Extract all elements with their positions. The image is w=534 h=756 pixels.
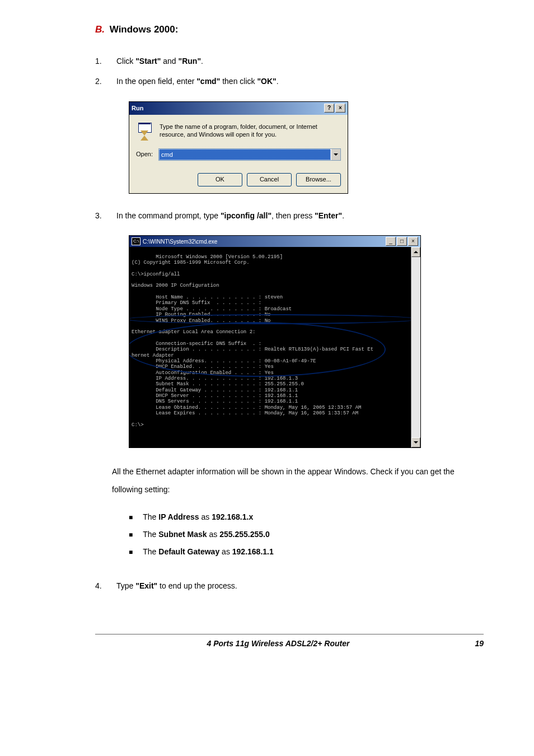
chevron-down-icon[interactable] — [331, 149, 340, 160]
list-item: ■ The Subnet Mask as 255.255.255.0 — [129, 526, 484, 543]
close-icon: × — [411, 239, 415, 244]
heading-title: Windows 2000: — [110, 24, 179, 35]
heading-prefix: B. — [95, 24, 105, 35]
scroll-track[interactable] — [411, 257, 420, 437]
step-number: 2. — [95, 73, 103, 90]
run-icon — [136, 123, 154, 141]
scrollbar[interactable] — [411, 247, 420, 447]
step-3: 3. In the command prompt, type "ipconfig… — [95, 207, 484, 225]
cmd-output: Microsoft Windows 2000 [Version 5.00.219… — [129, 247, 411, 447]
cmd-titlebar: C:\ C:\WINNT\System32\cmd.exe _ □ × — [129, 236, 420, 247]
explanation-text: All the Ethernet adapter information wil… — [112, 463, 484, 498]
step-4: 4. Type "Exit" to end up the process. — [95, 577, 484, 595]
run-description: Type the name of a program, folder, docu… — [160, 123, 341, 139]
open-label: Open: — [136, 150, 153, 159]
browse-button[interactable]: Browse... — [296, 173, 341, 186]
step-text: Type "Exit" to end up the process. — [116, 577, 237, 595]
step-3-wrap: 3. In the command prompt, type "ipconfig… — [95, 207, 484, 225]
list-item: ■ The IP Address as 192.168.1.x — [129, 508, 484, 526]
step-text: In the open field, enter "cmd" then clic… — [116, 73, 279, 90]
bullet-icon: ■ — [129, 510, 133, 525]
list-item: ■ The Default Gateway as 192.168.1.1 — [129, 543, 484, 561]
close-icon: × — [339, 105, 342, 111]
open-combobox[interactable]: cmd — [158, 148, 341, 161]
bullet-icon: ■ — [129, 528, 133, 542]
check-list: ■ The IP Address as 192.168.1.x ■ The Su… — [129, 508, 484, 560]
steps-1-2: 1. Click "Start" and "Run". 2. In the op… — [95, 53, 484, 91]
scroll-up-icon[interactable] — [411, 247, 420, 257]
ok-button[interactable]: OK — [198, 173, 242, 186]
minimize-icon: _ — [389, 239, 392, 244]
step-4-wrap: 4. Type "Exit" to end up the process. — [95, 577, 484, 595]
step-number: 3. — [95, 207, 103, 225]
cmd-title-text: C:\WINNT\System32\cmd.exe — [143, 237, 217, 246]
step-1: 1. Click "Start" and "Run". — [95, 53, 484, 70]
page-footer: 4 Ports 11g Wireless ADSL2/2+ Router 19 — [95, 634, 484, 650]
close-button[interactable]: × — [335, 104, 345, 113]
question-icon: ? — [327, 105, 331, 111]
cmd-window: C:\ C:\WINNT\System32\cmd.exe _ □ × Micr… — [129, 235, 421, 448]
maximize-icon: □ — [400, 239, 404, 244]
step-text: In the command prompt, type "ipconfig /a… — [116, 207, 344, 225]
section-heading: B. Windows 2000: — [95, 22, 484, 37]
maximize-button[interactable]: □ — [397, 237, 407, 246]
step-number: 4. — [95, 577, 103, 595]
run-titlebar: Run ? × — [129, 102, 348, 115]
step-2: 2. In the open field, enter "cmd" then c… — [95, 73, 484, 90]
cmd-icon: C:\ — [132, 237, 140, 245]
close-button[interactable]: × — [408, 237, 418, 246]
run-title-text: Run — [132, 104, 143, 113]
bullet-icon: ■ — [129, 545, 133, 559]
open-value: cmd — [159, 149, 331, 160]
run-dialog: Run ? × Type the name of a program, fold… — [129, 101, 348, 194]
cancel-button[interactable]: Cancel — [247, 173, 292, 186]
step-number: 1. — [95, 53, 103, 70]
scroll-down-icon[interactable] — [411, 437, 420, 447]
cmd-text: Microsoft Windows 2000 [Version 5.00.219… — [132, 254, 373, 428]
step-text: Click "Start" and "Run". — [116, 53, 203, 70]
minimize-button[interactable]: _ — [386, 237, 396, 246]
page-number: 19 — [461, 638, 484, 650]
footer-title: 4 Ports 11g Wireless ADSL2/2+ Router — [95, 638, 461, 650]
help-button[interactable]: ? — [324, 104, 334, 113]
